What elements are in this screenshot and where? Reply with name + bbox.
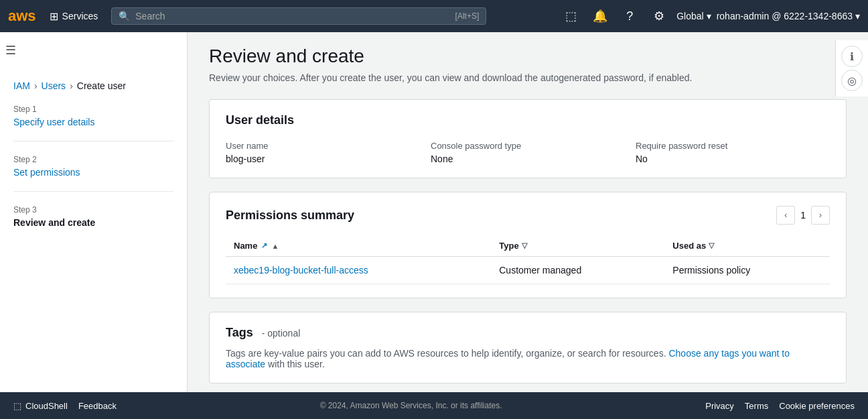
hamburger-icon: ☰	[5, 44, 16, 57]
help-icon-button[interactable]: ?	[618, 4, 642, 28]
sort-asc-icon[interactable]: ▲	[271, 242, 279, 250]
help-icon: ?	[626, 9, 633, 23]
wizard-step-1: Step 1 Specify user details	[13, 105, 173, 141]
sort-desc-icon-usedas[interactable]: ▽	[709, 241, 714, 250]
wizard-sidebar: IAM › Users › Create user Step 1 Specify…	[0, 32, 188, 410]
sort-desc-icon-type[interactable]: ▽	[522, 241, 527, 250]
user-details-title: User details	[226, 113, 830, 127]
right-panel: ℹ ◎	[835, 40, 868, 97]
policy-used-as-cell: Permissions policy	[664, 257, 830, 284]
target-icon: ◎	[847, 74, 857, 87]
tags-description: Tags are key-value pairs you can add to …	[226, 348, 830, 369]
col-header-name: Name ↗ ▲	[226, 235, 491, 257]
username-col: User name blog-user	[226, 141, 420, 164]
aws-logo: aws	[8, 9, 36, 23]
tags-card: Tags - optional Tags are key-value pairs…	[209, 312, 847, 383]
permissions-header: Permissions summary ‹ 1 ›	[226, 206, 830, 225]
step2-link[interactable]: Set permissions	[13, 167, 80, 178]
services-label: Services	[62, 11, 98, 21]
bell-icon-button[interactable]: 🔔	[588, 4, 612, 28]
step2-label: Step 2	[13, 155, 173, 164]
policy-name-link[interactable]: xebec19-blog-bucket-full-access	[234, 265, 368, 276]
step1-label: Step 1	[13, 105, 173, 114]
step3-label: Step 3	[13, 205, 173, 215]
settings-icon-button[interactable]: ⚙	[647, 4, 671, 28]
wizard-step-2: Step 2 Set permissions	[13, 155, 173, 192]
username-label: User name	[226, 141, 420, 151]
breadcrumb-sep-1: ›	[34, 80, 38, 91]
region-selector[interactable]: Global ▾	[676, 11, 711, 21]
terms-link[interactable]: Terms	[745, 401, 768, 411]
breadcrumb-sep-2: ›	[70, 80, 73, 91]
pagination-prev-button[interactable]: ‹	[776, 206, 795, 225]
user-details-card: User details User name blog-user Console…	[209, 99, 847, 178]
breadcrumb-iam[interactable]: IAM	[13, 80, 30, 91]
info-icon: ℹ	[850, 50, 854, 63]
breadcrumb-current: Create user	[77, 80, 126, 91]
grid-icon: ⊞	[50, 10, 58, 23]
footer-links: Privacy Terms Cookie preferences	[705, 401, 855, 411]
main-content: Review and create Review your choices. A…	[188, 32, 868, 410]
chevron-left-icon: ‹	[784, 211, 787, 220]
page-title: Review and create	[209, 46, 847, 67]
search-bar: 🔍 [Alt+S]	[111, 7, 486, 25]
permissions-summary-card: Permissions summary ‹ 1 ›	[209, 192, 847, 298]
privacy-link[interactable]: Privacy	[705, 401, 734, 411]
permissions-title: Permissions summary	[226, 208, 354, 223]
col-header-type: Type ▽	[491, 235, 664, 257]
require-reset-col: Require password reset No	[636, 141, 830, 164]
help-panel-button[interactable]: ◎	[841, 70, 863, 91]
sidebar-toggle-button[interactable]: ☰	[0, 38, 21, 63]
policy-name-cell: xebec19-blog-bucket-full-access	[226, 257, 491, 284]
tags-title: Tags - optional	[226, 326, 300, 339]
cookie-link[interactable]: Cookie preferences	[779, 401, 855, 411]
cloudshell-icon: ⬚	[13, 401, 21, 411]
password-type-col: Console password type None	[431, 141, 625, 164]
user-details-grid: User name blog-user Console password typ…	[226, 141, 830, 164]
region-label: Global	[676, 11, 703, 21]
password-type-value: None	[431, 154, 625, 164]
footer-copyright: © 2024, Amazon Web Services, Inc. or its…	[320, 401, 502, 410]
step3-current: Review and create	[13, 217, 95, 228]
chevron-down-icon: ▾	[855, 11, 860, 21]
search-shortcut: [Alt+S]	[455, 11, 480, 21]
cloudshell-label: CloudShell	[25, 401, 68, 411]
pagination-next-button[interactable]: ›	[811, 206, 830, 225]
top-navigation: aws ⊞ Services 🔍 [Alt+S] ⬚ 🔔 ? ⚙ Global …	[0, 0, 868, 32]
feedback-button[interactable]: Feedback	[78, 401, 117, 411]
bell-icon: 🔔	[593, 9, 607, 23]
breadcrumb-users[interactable]: Users	[42, 80, 66, 91]
search-input[interactable]	[135, 11, 449, 21]
breadcrumb: IAM › Users › Create user	[13, 80, 173, 91]
services-button[interactable]: ⊞ Services	[44, 7, 104, 25]
search-icon: 🔍	[119, 11, 130, 21]
require-reset-label: Require password reset	[636, 141, 830, 151]
password-type-label: Console password type	[431, 141, 625, 151]
terminal-icon-button[interactable]: ⬚	[559, 4, 583, 28]
main-layout: IAM › Users › Create user Step 1 Specify…	[0, 32, 868, 410]
user-label: rohan-admin @ 6222-1342-8663	[717, 11, 853, 21]
wizard-step-3: Step 3 Review and create	[13, 205, 173, 241]
username-value: blog-user	[226, 154, 420, 164]
footer-left: ⬚ CloudShell Feedback	[13, 401, 117, 411]
require-reset-value: No	[636, 154, 830, 164]
info-panel-button[interactable]: ℹ	[841, 46, 863, 67]
tags-optional: - optional	[262, 328, 301, 339]
permissions-table: Name ↗ ▲ Type ▽	[226, 235, 830, 284]
terminal-icon: ⬚	[565, 9, 577, 23]
pagination-controls: ‹ 1 ›	[776, 206, 830, 225]
tags-title-row: Tags - optional	[226, 326, 830, 340]
policy-type-cell: Customer managed	[491, 257, 664, 284]
pagination-number: 1	[800, 210, 806, 221]
chevron-right-icon: ›	[819, 211, 822, 220]
nav-icons: ⬚ 🔔 ? ⚙ Global ▾ rohan-admin @ 6222-1342…	[559, 4, 860, 28]
user-menu[interactable]: rohan-admin @ 6222-1342-8663 ▾	[717, 11, 860, 21]
table-row: xebec19-blog-bucket-full-access Customer…	[226, 257, 830, 284]
external-link-icon: ↗	[261, 241, 267, 250]
chevron-down-icon: ▾	[707, 11, 711, 21]
step1-link[interactable]: Specify user details	[13, 117, 94, 127]
footer: ⬚ CloudShell Feedback © 2024, Amazon Web…	[0, 392, 868, 410]
gear-icon: ⚙	[654, 9, 664, 23]
cloudshell-button[interactable]: ⬚ CloudShell	[13, 401, 68, 411]
page-description: Review your choices. After you create th…	[209, 72, 847, 83]
